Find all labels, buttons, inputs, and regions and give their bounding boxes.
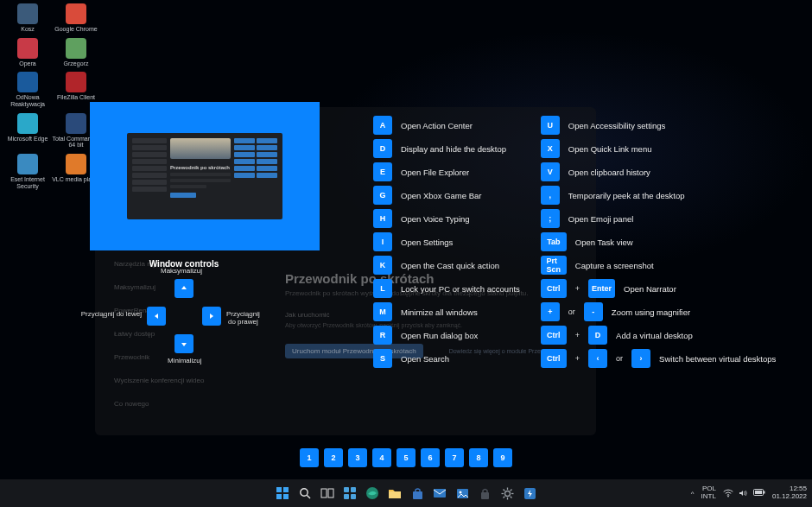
shortcut-key: X bbox=[541, 139, 560, 158]
taskbar-powertoys-icon[interactable] bbox=[520, 484, 539, 503]
app-label: OdNowa Reaktywacja bbox=[3, 94, 52, 107]
shortcut-key: K bbox=[373, 256, 392, 275]
svg-rect-6 bbox=[321, 489, 327, 497]
shortcut-desc: Open Quick Link menu bbox=[568, 144, 652, 154]
shortcut-key: Ctrl bbox=[541, 279, 567, 298]
dpad-right-label: Przyciągnij do prawej bbox=[226, 310, 260, 326]
desktop-icon-odnowa-reaktywacja[interactable]: OdNowa Reaktywacja bbox=[3, 72, 52, 107]
app-icon bbox=[66, 38, 86, 59]
taskbar-taskview-icon[interactable] bbox=[318, 484, 337, 503]
dpad-up-key[interactable] bbox=[174, 279, 193, 298]
wifi-icon[interactable] bbox=[723, 489, 733, 497]
shortcut-key: Enter bbox=[588, 279, 615, 298]
taskbar-store-icon[interactable] bbox=[408, 484, 427, 503]
shortcut-key: , bbox=[541, 186, 560, 205]
dpad-down-key[interactable] bbox=[174, 334, 193, 353]
shortcut-key: D bbox=[373, 139, 392, 158]
battery-icon[interactable] bbox=[753, 489, 765, 497]
svg-rect-7 bbox=[328, 489, 333, 497]
svg-line-26 bbox=[510, 489, 511, 491]
shortcut-row: XOpen Quick Link menu bbox=[541, 139, 776, 158]
shortcut-desc: Open Run dialog box bbox=[401, 331, 478, 340]
system-tray[interactable]: ^ POL INTL 12:55 01.12.2022 bbox=[691, 485, 807, 501]
shortcut-key: ; bbox=[541, 209, 560, 228]
shortcut-row: ;Open Emoji panel bbox=[541, 209, 776, 228]
taskbar-shortcut-6: 6 bbox=[421, 448, 440, 467]
svg-rect-31 bbox=[764, 491, 765, 494]
desktop-icon-filezilla-client[interactable]: FileZilla Client bbox=[52, 72, 100, 101]
app-label: Opera bbox=[19, 60, 35, 67]
desktop-icon-microsoft-edge[interactable]: Microsoft Edge bbox=[3, 113, 52, 143]
app-icon bbox=[66, 72, 86, 92]
desktop-icon-opera[interactable]: Opera bbox=[3, 38, 52, 67]
svg-point-29 bbox=[727, 496, 729, 497]
window-controls-dpad: Maksymalizuj Przyciągnij do lewej Przyci… bbox=[119, 279, 249, 365]
shortcut-guide-thumbnail[interactable]: Przewodnik po skrótach bbox=[90, 102, 320, 250]
shortcut-desc: Open Accessibility settings bbox=[568, 121, 665, 130]
taskbar-photos-icon[interactable] bbox=[453, 484, 472, 503]
shortcut-row: LLock your PC or switch accounts bbox=[373, 279, 520, 298]
shortcut-desc: Capture a screenshot bbox=[575, 261, 654, 270]
svg-rect-9 bbox=[351, 487, 356, 492]
shortcut-key: U bbox=[541, 116, 560, 135]
shortcut-row: MMinimize all windows bbox=[373, 302, 520, 321]
taskbar-shortcut-4: 4 bbox=[372, 448, 391, 467]
shortcut-key: L bbox=[373, 279, 392, 298]
app-icon bbox=[66, 113, 86, 134]
shortcut-desc: Open Voice Typing bbox=[401, 214, 470, 224]
shortcuts-overlay: AOpen Action CenterDDisplay and hide the… bbox=[373, 116, 776, 368]
shortcut-key: ‹ bbox=[588, 349, 607, 368]
svg-rect-11 bbox=[351, 494, 356, 499]
shortcut-desc: Switch between virtual desktops bbox=[659, 354, 776, 364]
shortcut-desc: Open Narrator bbox=[624, 284, 676, 294]
shortcut-row: DDisplay and hide the desktop bbox=[373, 139, 520, 158]
shortcut-desc: Open Task view bbox=[575, 238, 633, 247]
taskbar-edge-icon[interactable] bbox=[363, 484, 382, 503]
shortcut-row: Ctrl+EnterOpen Narrator bbox=[541, 279, 776, 298]
taskbar-shortcut-2: 2 bbox=[324, 448, 343, 467]
shortcut-desc: Open the Cast quick action bbox=[401, 261, 499, 270]
volume-icon[interactable] bbox=[739, 489, 748, 497]
svg-line-27 bbox=[503, 496, 504, 497]
shortcut-key: R bbox=[373, 326, 392, 345]
app-icon bbox=[66, 3, 86, 24]
shortcut-row: AOpen Action Center bbox=[373, 116, 520, 135]
desktop-icon-kosz[interactable]: Kosz bbox=[3, 3, 52, 33]
app-label: Grzegorz bbox=[64, 60, 89, 67]
shortcut-row: UOpen Accessibility settings bbox=[541, 116, 776, 135]
taskbar-mail-icon[interactable] bbox=[430, 484, 449, 503]
taskbar-lock-icon[interactable] bbox=[475, 484, 494, 503]
taskbar-settings-icon[interactable] bbox=[498, 484, 517, 503]
app-icon bbox=[17, 3, 38, 24]
tray-chevron-icon[interactable]: ^ bbox=[691, 490, 695, 497]
taskbar-center bbox=[273, 484, 539, 503]
desktop-icon-google-chrome[interactable]: Google Chrome bbox=[52, 3, 100, 33]
taskbar-search-icon[interactable] bbox=[295, 484, 314, 503]
dpad-right-key[interactable] bbox=[202, 307, 221, 326]
app-label: Google Chrome bbox=[54, 26, 97, 33]
tray-date[interactable]: 01.12.2022 bbox=[772, 493, 807, 501]
svg-rect-10 bbox=[344, 494, 349, 499]
tray-language-2[interactable]: INTL bbox=[701, 493, 716, 501]
taskbar-shortcut-9: 9 bbox=[493, 448, 512, 467]
app-icon bbox=[17, 38, 38, 59]
shortcut-row: SOpen Search bbox=[373, 349, 520, 368]
desktop-icon-grzegorz[interactable]: Grzegorz bbox=[52, 38, 100, 67]
dpad-left-key[interactable] bbox=[147, 307, 166, 326]
shortcut-row: PrtScnCapture a screenshot bbox=[541, 256, 776, 275]
taskbar[interactable]: ^ POL INTL 12:55 01.12.2022 bbox=[0, 479, 812, 507]
svg-rect-0 bbox=[276, 487, 282, 492]
taskbar-start-icon[interactable] bbox=[273, 484, 292, 503]
shortcut-row: GOpen Xbox Game Bar bbox=[373, 186, 520, 205]
taskbar-files-icon[interactable] bbox=[385, 484, 404, 503]
app-icon bbox=[17, 113, 38, 134]
shortcut-row: VOpen clipboard history bbox=[541, 162, 776, 181]
shortcuts-column-right: UOpen Accessibility settingsXOpen Quick … bbox=[541, 116, 776, 368]
tray-status-icons[interactable] bbox=[723, 489, 765, 497]
taskbar-widgets-icon[interactable] bbox=[340, 484, 359, 503]
dpad-up-label: Maksymalizuj bbox=[161, 267, 202, 275]
desktop-icon-eset-internet-security[interactable]: Eset Internet Security bbox=[3, 154, 52, 189]
svg-line-5 bbox=[307, 495, 310, 498]
svg-line-24 bbox=[503, 489, 504, 491]
shortcut-row: Ctrl+‹or›Switch between virtual desktops bbox=[541, 349, 776, 368]
